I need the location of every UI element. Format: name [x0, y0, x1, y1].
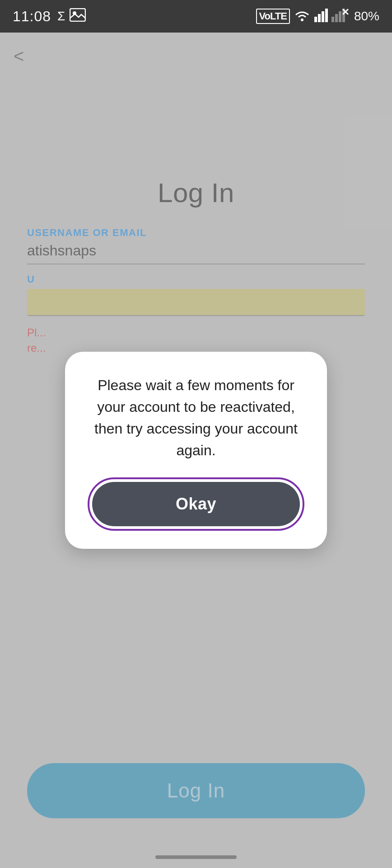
status-bar: 11:08 Σ VoLTE — [0, 0, 392, 33]
status-bar-right: VoLTE — [256, 9, 379, 24]
status-bar-left: 11:08 Σ — [13, 8, 86, 25]
signal-x-icon — [331, 9, 349, 24]
image-icon — [70, 8, 86, 24]
volte-icon: VoLTE — [256, 9, 290, 24]
app-container: < Log In USERNAME OR EMAIL atishsnaps U … — [0, 33, 392, 868]
svg-rect-4 — [318, 14, 321, 22]
svg-rect-6 — [325, 9, 328, 22]
battery-level: 80% — [354, 9, 379, 24]
wifi-icon — [294, 9, 311, 24]
dialog: Please wait a few moments for your accou… — [65, 352, 327, 549]
svg-rect-9 — [339, 11, 341, 22]
svg-rect-8 — [335, 14, 338, 22]
svg-rect-7 — [331, 17, 334, 22]
status-right-icons: VoLTE — [256, 9, 349, 24]
okay-button[interactable]: Okay — [92, 482, 300, 526]
status-time: 11:08 — [13, 8, 51, 25]
svg-rect-3 — [314, 17, 317, 22]
dialog-okay-wrapper: Okay — [88, 477, 304, 531]
sigma-icon: Σ — [57, 9, 65, 24]
signal-icon — [314, 9, 328, 24]
status-icons-left: Σ — [57, 8, 86, 24]
svg-rect-5 — [322, 11, 324, 22]
svg-point-2 — [301, 19, 303, 21]
svg-rect-0 — [70, 9, 85, 21]
dialog-message: Please wait a few moments for your accou… — [88, 374, 304, 461]
dialog-overlay: Please wait a few moments for your accou… — [0, 33, 392, 868]
